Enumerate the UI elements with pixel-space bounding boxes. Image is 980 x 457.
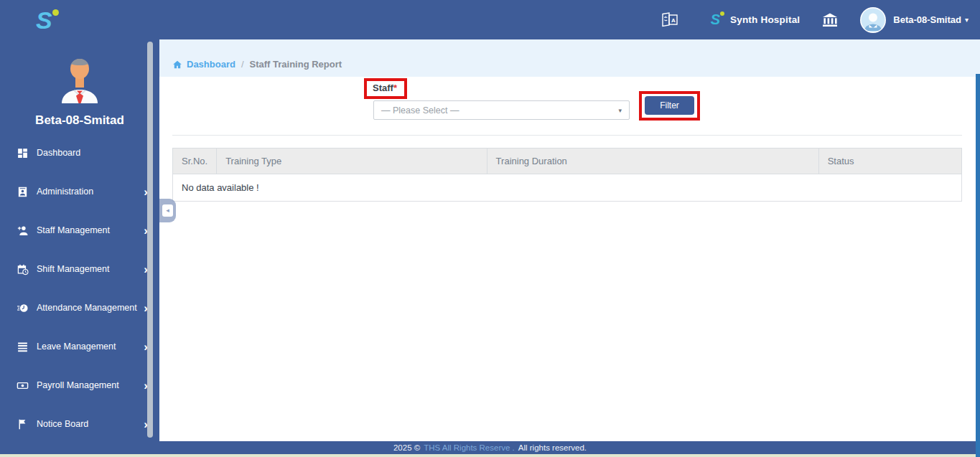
- staff-management-icon: [14, 225, 30, 237]
- staff-select-value: — Please Select —: [381, 105, 459, 116]
- sidebar-item-label: Shift Management: [37, 264, 144, 274]
- staff-label-text: Staff: [373, 83, 393, 93]
- chevron-down-icon: ▾: [965, 16, 969, 24]
- breadcrumb-separator: /: [241, 59, 244, 70]
- sidebar-item-label: Staff Management: [37, 225, 144, 235]
- sidebar-item-label: Leave Management: [37, 341, 144, 352]
- top-navbar: S A S Synth Hospital: [0, 0, 980, 39]
- sidebar-item-label: Payroll Management: [37, 380, 144, 390]
- page-scrollbar[interactable]: [976, 74, 980, 457]
- footer-ths-link[interactable]: THS All Rights Reserve .: [424, 443, 515, 452]
- column-header-status: Status: [818, 149, 961, 174]
- shift-management-icon: [14, 263, 30, 275]
- column-header-sr-no: Sr.No.: [173, 149, 217, 174]
- breadcrumb-home-label: Dashboard: [187, 59, 235, 70]
- sidebar-scrollbar[interactable]: [147, 42, 153, 438]
- sidebar-profile: Beta-08-Smitad: [0, 39, 159, 128]
- sidebar-menu: Dashboard › Administration › Staff Manag…: [0, 133, 159, 441]
- mini-brand-icon[interactable]: S: [711, 11, 720, 28]
- sidebar-item-administration[interactable]: Administration ›: [0, 172, 159, 211]
- leave-management-icon: [14, 341, 30, 353]
- administration-icon: [14, 186, 30, 198]
- sidebar-item-staff-management[interactable]: Staff Management ›: [0, 211, 159, 250]
- sidebar: Beta-08-Smitad Dashboard › Administratio…: [0, 39, 159, 441]
- breadcrumb: Dashboard / Staff Training Report: [172, 59, 342, 70]
- breadcrumb-dashboard-link[interactable]: Dashboard: [172, 59, 235, 70]
- page-title: Staff Training Report: [250, 59, 342, 70]
- empty-table-message: No data available !: [173, 174, 962, 202]
- bottom-edge-strip: [0, 454, 980, 457]
- notice-board-icon: [14, 418, 30, 430]
- select-caret-icon: ▾: [618, 107, 622, 114]
- breadcrumb-bar: Dashboard / Staff Training Report: [159, 39, 980, 77]
- hospital-name: Synth Hospital: [730, 14, 800, 25]
- user-avatar-icon: [860, 7, 886, 33]
- sidebar-item-label: Attendance Management: [37, 303, 144, 313]
- sidebar-item-shift-management[interactable]: Shift Management ›: [0, 250, 159, 288]
- sidebar-item-notice-board[interactable]: Notice Board ›: [0, 405, 159, 441]
- attendance-management-icon: [14, 302, 30, 314]
- profile-name: Beta-08-Smitad: [0, 113, 159, 128]
- sidebar-item-dashboard[interactable]: Dashboard ›: [0, 133, 159, 172]
- brand-letter: S: [36, 6, 52, 34]
- staff-select[interactable]: — Please Select — ▾: [373, 100, 630, 120]
- home-icon: [172, 60, 182, 70]
- navbar-right-cluster: A S Synth Hospital: [661, 7, 969, 33]
- required-marker: *: [393, 83, 397, 93]
- sidebar-item-label: Dashboard: [37, 148, 144, 158]
- table-row: No data available !: [173, 174, 962, 202]
- svg-text:A: A: [671, 17, 676, 23]
- sidebar-item-label: Notice Board: [37, 419, 144, 429]
- collapse-left-icon: ◂: [162, 204, 173, 217]
- language-translate-icon[interactable]: A: [661, 11, 679, 29]
- sidebar-item-leave-management[interactable]: Leave Management ›: [0, 327, 159, 366]
- staff-field-label: Staff*: [373, 83, 397, 93]
- footer: 2025 © THS All Rights Reserve . All righ…: [0, 441, 980, 454]
- payroll-management-icon: [14, 380, 30, 392]
- footer-rights-text: All rights reserved.: [518, 443, 587, 452]
- column-header-training-type: Training Type: [217, 149, 487, 174]
- sidebar-collapse-toggle[interactable]: ◂: [159, 199, 176, 222]
- column-header-training-duration: Training Duration: [487, 149, 818, 174]
- training-report-table: Sr.No. Training Type Training Duration S…: [172, 148, 962, 202]
- dashboard-icon: [14, 147, 30, 159]
- sidebar-item-label: Administration: [37, 187, 144, 197]
- main-content: Dashboard / Staff Training Report Staff*…: [159, 39, 980, 441]
- filter-button[interactable]: Filter: [645, 96, 694, 115]
- user-name: Beta-08-Smitad: [893, 14, 961, 25]
- table-header-row: Sr.No. Training Type Training Duration S…: [173, 149, 962, 174]
- brand-logo[interactable]: S: [36, 8, 52, 32]
- sidebar-item-payroll-management[interactable]: Payroll Management ›: [0, 366, 159, 405]
- filter-form-area: Staff* — Please Select — ▾ Filter Sr.No.…: [159, 77, 980, 441]
- institution-icon[interactable]: [821, 11, 839, 29]
- sidebar-item-attendance-management[interactable]: Attendance Management ›: [0, 288, 159, 327]
- footer-year: 2025 ©: [393, 443, 420, 452]
- user-menu[interactable]: Beta-08-Smitad ▾: [860, 7, 969, 33]
- profile-avatar-icon: [53, 93, 106, 105]
- section-divider: [172, 135, 962, 136]
